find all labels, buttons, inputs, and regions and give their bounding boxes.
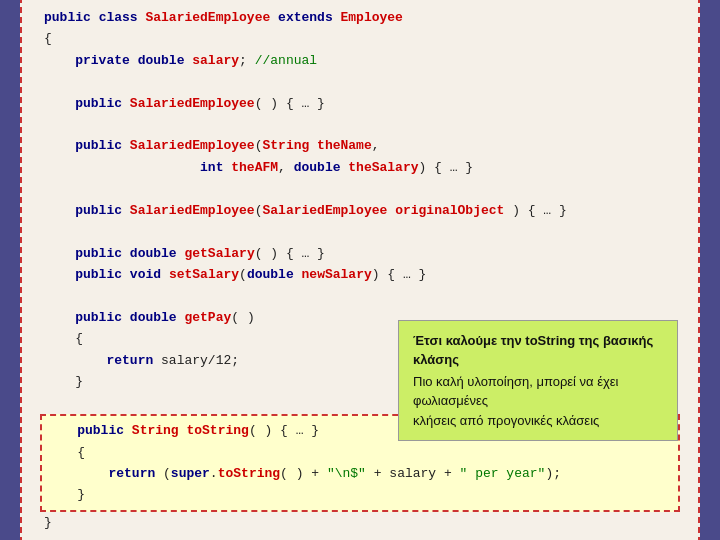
line-constructor1: public SalariedEmployee( ) { … }: [44, 93, 676, 114]
line-open-brace: {: [44, 28, 676, 49]
line-tostring-return: return (super.toString( ) + "\n$" + sala…: [46, 463, 678, 484]
tooltip-line1: Πιο καλή υλοποίηση, μπορεί να έχει φωλια…: [413, 372, 663, 411]
line-class-close: }: [44, 512, 676, 533]
line-constructor3: public SalariedEmployee(SalariedEmployee…: [44, 200, 676, 221]
line-tostring-close: }: [46, 484, 678, 505]
line-tostring-open: {: [46, 442, 678, 463]
tooltip-line2: κλήσεις από προγονικές κλάσεις: [413, 411, 663, 431]
line-setsal: public void setSalary(double newSalary) …: [44, 264, 676, 285]
tooltip-title: Έτσι καλούμε την toString της βασικής κλ…: [413, 331, 663, 370]
line-constructor2b: int theAFM, double theSalary) { … }: [44, 157, 676, 178]
line-blank1: [44, 71, 676, 92]
line-blank5: [44, 285, 676, 306]
line-class-def: public class SalariedEmployee extends Em…: [44, 7, 676, 28]
line-blank4: [44, 221, 676, 242]
tooltip-box: Έτσι καλούμε την toString της βασικής κλ…: [398, 320, 678, 442]
code-container: public class SalariedEmployee extends Em…: [20, 0, 700, 540]
line-getsal: public double getSalary( ) { … }: [44, 243, 676, 264]
line-constructor2a: public SalariedEmployee(String theName,: [44, 135, 676, 156]
code-block: public class SalariedEmployee extends Em…: [44, 7, 676, 534]
line-blank2: [44, 114, 676, 135]
line-private: private double salary; //annual: [44, 50, 676, 71]
line-blank3: [44, 178, 676, 199]
